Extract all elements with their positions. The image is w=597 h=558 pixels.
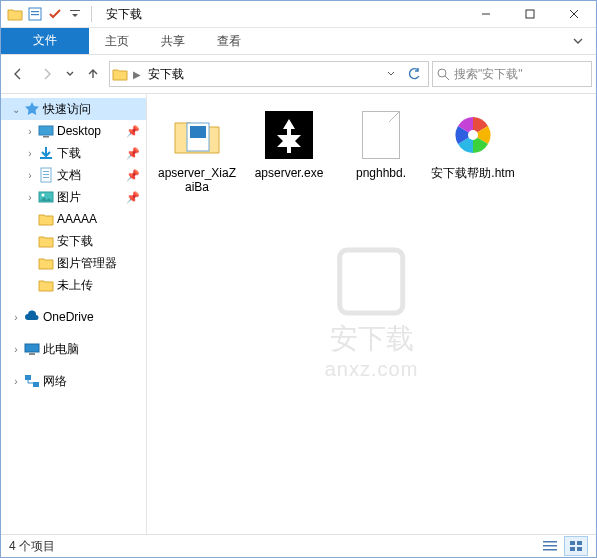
search-placeholder: 搜索"安下载"	[454, 66, 523, 83]
tab-view[interactable]: 查看	[201, 28, 257, 54]
pin-icon: 📌	[126, 191, 140, 204]
sidebar-onedrive[interactable]: › OneDrive	[1, 306, 146, 328]
expand-icon[interactable]: ›	[25, 148, 35, 159]
expand-icon[interactable]: ›	[11, 376, 21, 387]
sidebar-item-notuploaded[interactable]: 未上传	[1, 274, 146, 296]
back-button[interactable]	[5, 61, 31, 87]
sidebar-item-downloads[interactable]: › 下载 📌	[1, 142, 146, 164]
sidebar-item-documents[interactable]: › 文档 📌	[1, 164, 146, 186]
tab-file[interactable]: 文件	[1, 28, 89, 54]
maximize-button[interactable]	[508, 1, 552, 27]
svg-rect-15	[25, 344, 39, 352]
expand-icon[interactable]: ›	[25, 192, 35, 203]
details-view-button[interactable]	[538, 536, 562, 556]
sidebar-item-label: 网络	[43, 373, 67, 390]
exe-icon	[262, 108, 316, 162]
document-icon	[38, 167, 54, 183]
sidebar-item-label: Desktop	[57, 124, 101, 138]
chevron-right-icon[interactable]: ▶	[130, 69, 144, 80]
check-icon[interactable]	[47, 6, 63, 22]
bag-icon	[338, 248, 406, 316]
address-bar: ▶ 安下载 搜索"安下载"	[1, 55, 596, 94]
file-item[interactable]: pnghhbd.	[337, 104, 425, 198]
svg-rect-7	[43, 136, 49, 138]
sidebar-item-label: 快速访问	[43, 101, 91, 118]
desktop-icon	[38, 123, 54, 139]
watermark: 安下载 anxz.com	[325, 248, 419, 381]
pinwheel-icon	[446, 108, 500, 162]
search-icon	[437, 68, 450, 81]
ribbon-expand-button[interactable]	[560, 28, 596, 54]
expand-icon[interactable]: ›	[25, 170, 35, 181]
folder-icon	[170, 108, 224, 162]
folder-icon	[112, 66, 128, 82]
collapse-icon[interactable]: ⌄	[11, 104, 21, 115]
file-item[interactable]: apserver_XiaZaiBa	[153, 104, 241, 198]
file-name: pnghhbd.	[356, 166, 406, 180]
sidebar-network[interactable]: › 网络	[1, 370, 146, 392]
close-button[interactable]	[552, 1, 596, 27]
expand-icon[interactable]: ›	[11, 344, 21, 355]
svg-point-22	[468, 130, 478, 140]
forward-button[interactable]	[34, 61, 60, 87]
separator	[91, 6, 92, 22]
file-grid: apserver_XiaZaiBa apserver.exe pnghhbd.	[147, 94, 596, 208]
svg-rect-2	[31, 14, 39, 15]
item-count: 4 个项目	[9, 538, 55, 555]
minimize-button[interactable]	[464, 1, 508, 27]
sidebar-item-label: 安下载	[57, 233, 93, 250]
window-title: 安下载	[106, 6, 142, 23]
properties-icon[interactable]	[27, 6, 43, 22]
svg-point-5	[438, 69, 446, 77]
up-button[interactable]	[80, 61, 106, 87]
tab-home[interactable]: 主页	[89, 28, 145, 54]
sidebar-item-label: 下载	[57, 145, 81, 162]
sidebar-item-label: 文档	[57, 167, 81, 184]
sidebar-item-anxiazai[interactable]: 安下载	[1, 230, 146, 252]
sidebar-item-label: AAAAA	[57, 212, 97, 226]
address-dropdown-button[interactable]	[382, 69, 400, 79]
qat-dropdown-icon[interactable]	[67, 6, 83, 22]
tab-share[interactable]: 共享	[145, 28, 201, 54]
star-icon	[24, 101, 40, 117]
svg-rect-10	[43, 171, 49, 172]
folder-icon	[7, 6, 23, 22]
svg-rect-25	[543, 549, 557, 551]
file-view[interactable]: 安下载 anxz.com apserver_XiaZaiBa apserver.…	[147, 94, 596, 534]
svg-rect-8	[40, 157, 52, 159]
sidebar-item-aaaaa[interactable]: AAAAA	[1, 208, 146, 230]
svg-point-14	[42, 194, 45, 197]
sidebar-item-label: 图片	[57, 189, 81, 206]
sidebar-item-label: OneDrive	[43, 310, 94, 324]
expand-icon[interactable]: ›	[25, 126, 35, 137]
navigation-pane[interactable]: ⌄ 快速访问 › Desktop 📌 › 下载 📌 › 文档 📌	[1, 94, 147, 534]
svg-rect-6	[39, 126, 53, 135]
icons-view-button[interactable]	[564, 536, 588, 556]
svg-rect-26	[570, 541, 575, 545]
pin-icon: 📌	[126, 169, 140, 182]
status-bar: 4 个项目	[1, 534, 596, 557]
breadcrumb-segment[interactable]: 安下载	[146, 66, 186, 83]
file-name: 安下载帮助.htm	[431, 166, 514, 180]
recent-locations-button[interactable]	[63, 61, 77, 87]
file-item[interactable]: apserver.exe	[245, 104, 333, 198]
sidebar-item-picmgr[interactable]: 图片管理器	[1, 252, 146, 274]
refresh-button[interactable]	[402, 62, 426, 86]
svg-rect-4	[526, 10, 534, 18]
expand-icon[interactable]: ›	[11, 312, 21, 323]
view-buttons	[538, 536, 588, 556]
sidebar-quick-access[interactable]: ⌄ 快速访问	[1, 98, 146, 120]
sidebar-item-pictures[interactable]: › 图片 📌	[1, 186, 146, 208]
file-item[interactable]: 安下载帮助.htm	[429, 104, 517, 198]
sidebar-item-label: 此电脑	[43, 341, 79, 358]
file-name: apserver_XiaZaiBa	[155, 166, 239, 194]
svg-rect-12	[43, 177, 49, 178]
sidebar-this-pc[interactable]: › 此电脑	[1, 338, 146, 360]
search-input[interactable]: 搜索"安下载"	[432, 61, 592, 87]
cloud-icon	[24, 309, 40, 325]
breadcrumb[interactable]: ▶ 安下载	[109, 61, 429, 87]
svg-rect-17	[25, 375, 31, 380]
sidebar-item-desktop[interactable]: › Desktop 📌	[1, 120, 146, 142]
computer-icon	[24, 341, 40, 357]
explorer-window: 安下载 文件 主页 共享 查看 ▶ 安下载	[0, 0, 597, 558]
